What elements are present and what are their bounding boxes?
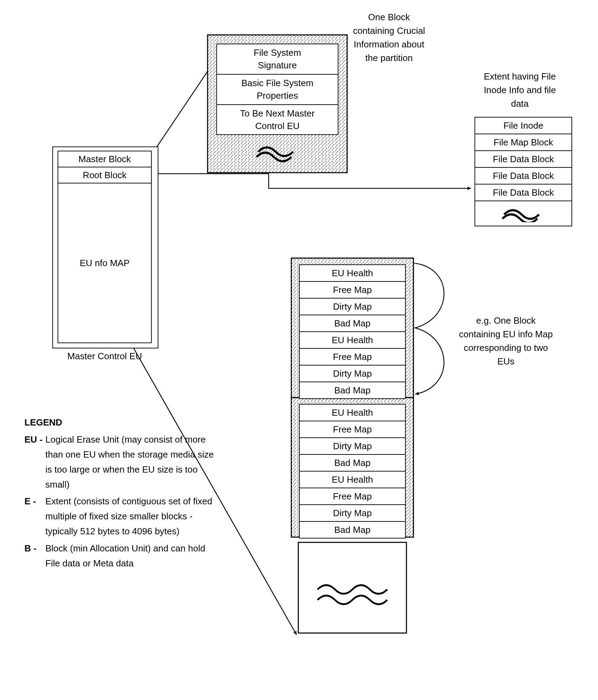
eim1-1: Free Map xyxy=(299,282,406,299)
eim1-2: Dirty Map xyxy=(299,299,406,315)
eim2-4: EU Health xyxy=(299,472,406,488)
eim2-2: Dirty Map xyxy=(299,438,406,455)
eim2-6: Dirty Map xyxy=(299,505,406,522)
file-extent-cells: File Inode File Map Block File Data Bloc… xyxy=(474,117,572,226)
fe-row-3: File Data Block xyxy=(474,168,572,185)
eim1-4: EU Health xyxy=(299,332,406,349)
mbd-row-1: Basic File SystemProperties xyxy=(216,75,338,105)
legend-desc-1: Extent (consists of contiguous set of fi… xyxy=(45,494,220,539)
eim1-6: Dirty Map xyxy=(299,366,406,382)
mbd-row-0: File SystemSignature xyxy=(216,44,338,75)
svg-rect-9 xyxy=(298,542,406,633)
eim2-0: EU Health xyxy=(299,404,406,421)
legend: LEGEND EU - Logical Erase Unit (may cons… xyxy=(24,415,220,573)
root-block-cell: Root Block xyxy=(58,167,152,183)
eu-info-map-annotation: e.g. One Block containing EU info Map co… xyxy=(457,314,555,368)
eim2-7: Bad Map xyxy=(299,522,406,539)
eim1-7: Bad Map xyxy=(299,382,406,399)
legend-key-2: B - xyxy=(24,541,45,571)
mbd-wavy-icon xyxy=(216,141,338,166)
eu-info-map-seg1: EU Health Free Map Dirty Map Bad Map EU … xyxy=(299,264,406,399)
mbd-annotation: One Block containing Crucial Information… xyxy=(352,10,426,65)
legend-key-1: E - xyxy=(24,494,45,539)
eim1-3: Bad Map xyxy=(299,315,406,332)
master-block-detail-cells: File SystemSignature Basic File SystemPr… xyxy=(216,44,338,135)
fe-row-4: File Data Block xyxy=(474,185,572,201)
fe-row-1: File Map Block xyxy=(474,134,572,151)
master-control-eu-cells: Master Block Root Block EU nfo MAP xyxy=(58,151,152,343)
eim2-1: Free Map xyxy=(299,421,406,438)
fe-row-2: File Data Block xyxy=(474,151,572,168)
legend-title: LEGEND xyxy=(24,415,220,430)
legend-desc-0: Logical Erase Unit (may consist of more … xyxy=(45,432,220,492)
eu-info-map-seg2: EU Health Free Map Dirty Map Bad Map EU … xyxy=(299,404,406,539)
eim1-5: Free Map xyxy=(299,349,406,366)
eim1-0: EU Health xyxy=(299,264,406,282)
file-extent-annotation: Extent having File Inode Info and file d… xyxy=(474,70,565,111)
fe-wavy-icon xyxy=(474,201,572,226)
eu-nfo-map-cell: EU nfo MAP xyxy=(58,183,152,343)
fe-row-0: File Inode xyxy=(474,117,572,134)
svg-line-4 xyxy=(150,56,218,157)
master-block-cell: Master Block xyxy=(58,151,152,167)
mbd-row-2: To Be Next MasterControl EU xyxy=(216,105,338,135)
master-control-eu-label: Master Control EU xyxy=(52,349,157,363)
eim2-3: Bad Map xyxy=(299,455,406,472)
legend-key-0: EU - xyxy=(24,432,45,492)
eim2-5: Free Map xyxy=(299,488,406,505)
legend-desc-2: Block (min Allocation Unit) and can hold… xyxy=(45,541,220,571)
